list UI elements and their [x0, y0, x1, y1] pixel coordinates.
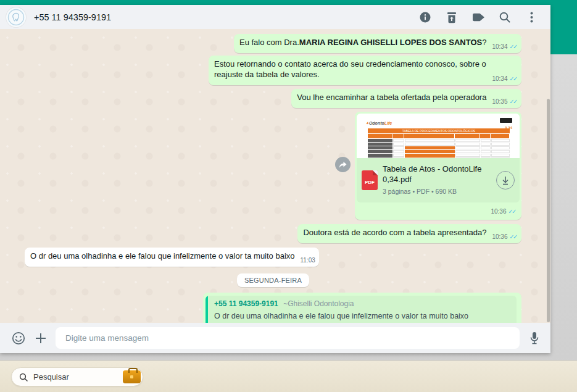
message-bubble-incoming[interactable]: O dr deu uma olhadinha e ele falou que i…: [25, 248, 319, 267]
message-time: 10:34 ✓✓: [492, 41, 518, 52]
message-time: 10:34 ✓✓: [492, 73, 518, 84]
info-icon[interactable]: [418, 10, 432, 24]
tooth-logo-icon: [7, 9, 25, 26]
preview-table-header: [368, 134, 510, 138]
menu-icon[interactable]: [525, 10, 538, 24]
emoji-icon[interactable]: [10, 330, 27, 347]
message-text-bold: MARIA REGINA GHISELLI LOPES DOS SANTOS: [299, 38, 482, 47]
message-bubble-document[interactable]: ✦OdontoLife 0,34 TABELA DE PROCEDIMENTOS…: [355, 112, 521, 220]
read-ticks-icon: ✓✓: [509, 98, 518, 105]
message-text: O dr deu uma olhadinha e ele falou que i…: [30, 251, 295, 261]
message-time: 10:36 ✓✓: [357, 202, 520, 217]
message-bubble-outgoing[interactable]: Eu falo com Dra.MARIA REGINA GHISELLI LO…: [234, 34, 521, 53]
search-icon[interactable]: [498, 10, 512, 24]
message-text: Estou retornando o contato acerca do seu…: [214, 59, 486, 79]
search-placeholder: Pesquisar: [33, 372, 123, 382]
whatsapp-window: +55 11 94359-9191: [0, 5, 550, 353]
label-icon[interactable]: [471, 10, 485, 24]
archive-icon[interactable]: [445, 10, 459, 24]
read-ticks-icon: ✓✓: [508, 208, 517, 215]
message-input-placeholder: Digite uma mensagem: [65, 333, 149, 343]
pdf-attachment-row[interactable]: Tabela de Atos - OdontoLife 0,34.pdf 3 p…: [357, 158, 520, 202]
search-highlight-briefcase-icon: [123, 370, 141, 383]
message-bubble-outgoing[interactable]: Estou retornando o contato acerca do seu…: [209, 56, 521, 85]
preview-table-title: TABELA DE PROCEDIMENTOS ODONTOLÓGICOS: [368, 128, 510, 133]
message-text: Eu falo com Dra.: [239, 38, 299, 47]
message-bubble-outgoing[interactable]: Doutora está de acordo com a tabela apre…: [297, 224, 521, 243]
message-time: 10:35 ✓✓: [492, 96, 518, 107]
message-list: Eu falo com Dra.MARIA REGINA GHISELLI LO…: [0, 29, 550, 323]
read-ticks-icon: ✓✓: [509, 233, 518, 240]
message-input[interactable]: Digite uma mensagem: [56, 327, 520, 349]
message-text: Doutora está de acordo com a tabela apre…: [303, 228, 486, 237]
message-time: 10:36 ✓✓: [492, 231, 518, 242]
pdf-filename: Tabela de Atos - OdontoLife 0,34.pdf: [383, 164, 491, 185]
chat-header: +55 11 94359-9191: [0, 5, 550, 29]
microphone-icon[interactable]: [526, 330, 543, 347]
pdf-file-meta: 3 páginas • PDF • 690 KB: [383, 186, 491, 197]
message-text: Vou lhe encaminhar a tabela ofertada pel…: [297, 93, 486, 102]
quote-sender-via: ~Ghiselli Odontologia: [283, 299, 354, 308]
taskbar-search[interactable]: Pesquisar: [11, 367, 143, 386]
chat-title[interactable]: +55 11 94359-9191: [34, 12, 418, 22]
message-bubble-outgoing-with-quote[interactable]: +55 11 94359-9191 ~Ghiselli Odontologia …: [203, 293, 521, 323]
chat-scrollbar[interactable]: [547, 99, 550, 322]
download-icon[interactable]: [496, 171, 515, 190]
read-ticks-icon: ✓✓: [509, 75, 518, 82]
message-composer: Digite uma mensagem: [0, 323, 550, 353]
odontolife-logo: ✦OdontoLife: [365, 118, 392, 128]
message-bubble-outgoing[interactable]: Vou lhe encaminhar a tabela ofertada pel…: [291, 89, 521, 108]
taskbar: Pesquisar ✂: [0, 361, 577, 392]
search-icon: [19, 373, 28, 382]
pdf-preview-thumbnail[interactable]: ✦OdontoLife 0,34 TABELA DE PROCEDIMENTOS…: [357, 114, 520, 158]
date-divider: SEGUNDA-FEIRA: [237, 273, 309, 287]
attach-plus-icon[interactable]: [32, 330, 49, 347]
quote-text: O dr deu uma olhadinha e ele falou que i…: [214, 311, 468, 322]
screen: +55 11 94359-9191: [0, 0, 577, 392]
quoted-message[interactable]: +55 11 94359-9191 ~Ghiselli Odontologia …: [205, 296, 517, 323]
pdf-file-icon: [362, 170, 378, 190]
contact-avatar[interactable]: [6, 7, 26, 27]
preview-corner-value: 0,34: [500, 118, 512, 133]
message-time: 11:03: [301, 255, 315, 265]
read-ticks-icon: ✓✓: [509, 43, 518, 50]
forward-icon[interactable]: [335, 157, 351, 172]
quote-sender: +55 11 94359-9191: [214, 299, 278, 308]
